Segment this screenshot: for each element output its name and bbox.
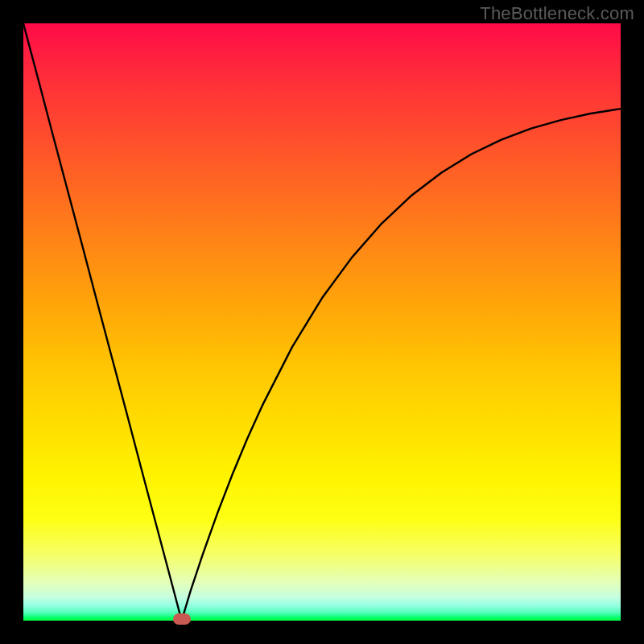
watermark-text: TheBottleneck.com: [480, 3, 634, 24]
plot-area: [23, 23, 621, 621]
bottleneck-curve: [23, 23, 621, 621]
minimum-marker: [173, 613, 191, 625]
chart-frame: TheBottleneck.com: [0, 0, 644, 644]
